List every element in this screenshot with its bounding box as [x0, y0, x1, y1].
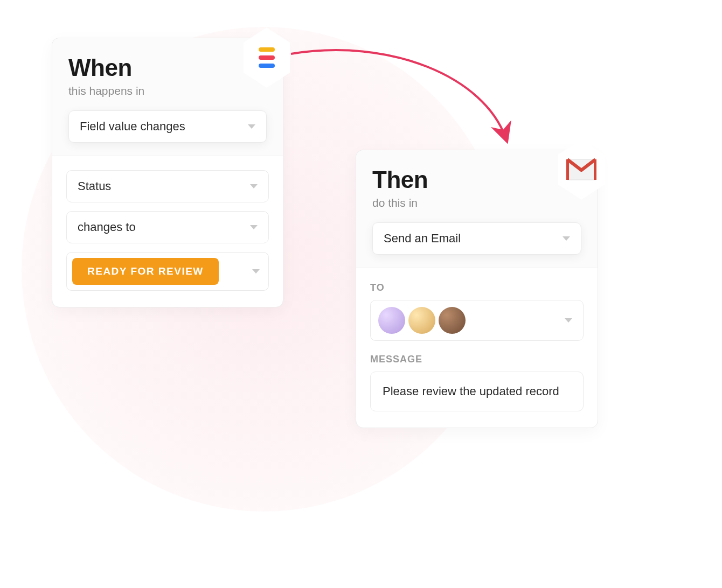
field-dropdown-label: Status: [78, 179, 111, 193]
field-dropdown[interactable]: Status: [66, 170, 269, 202]
then-card-header: Then do this in Send an Email: [356, 150, 598, 268]
then-card: Then do this in Send an Email TO MESSAGE…: [356, 150, 598, 428]
recipients-dropdown[interactable]: [370, 300, 584, 341]
avatar: [408, 307, 435, 334]
when-card: When this happens in Field value changes…: [52, 38, 283, 307]
value-dropdown[interactable]: READY FOR REVIEW: [66, 252, 269, 291]
chevron-down-icon: [250, 184, 258, 188]
when-title: When: [68, 54, 267, 81]
when-subtitle: this happens in: [68, 85, 267, 97]
condition-dropdown[interactable]: changes to: [66, 211, 269, 243]
when-card-body: Status changes to READY FOR REVIEW: [52, 156, 283, 307]
trigger-dropdown-label: Field value changes: [80, 120, 185, 134]
action-dropdown-label: Send an Email: [384, 232, 461, 246]
when-card-header: When this happens in Field value changes: [52, 38, 283, 156]
trigger-dropdown[interactable]: Field value changes: [68, 110, 267, 143]
flow-arrow: [280, 43, 528, 162]
avatar: [439, 307, 466, 334]
message-label: MESSAGE: [370, 354, 584, 365]
action-dropdown[interactable]: Send an Email: [372, 222, 581, 255]
then-title: Then: [372, 166, 581, 193]
status-badge: READY FOR REVIEW: [72, 258, 219, 285]
chevron-down-icon: [565, 318, 572, 323]
message-input[interactable]: Please review the updated record: [370, 372, 584, 411]
condition-dropdown-label: changes to: [78, 220, 136, 234]
avatar: [378, 307, 405, 334]
then-subtitle: do this in: [372, 197, 581, 209]
chevron-down-icon: [252, 269, 260, 274]
chevron-down-icon: [250, 225, 258, 229]
chevron-down-icon: [563, 236, 570, 241]
avatar-group: [378, 307, 466, 334]
to-label: TO: [370, 282, 584, 293]
then-card-body: TO MESSAGE Please review the updated rec…: [356, 268, 598, 428]
chevron-down-icon: [248, 124, 255, 129]
message-text: Please review the updated record: [383, 384, 559, 398]
